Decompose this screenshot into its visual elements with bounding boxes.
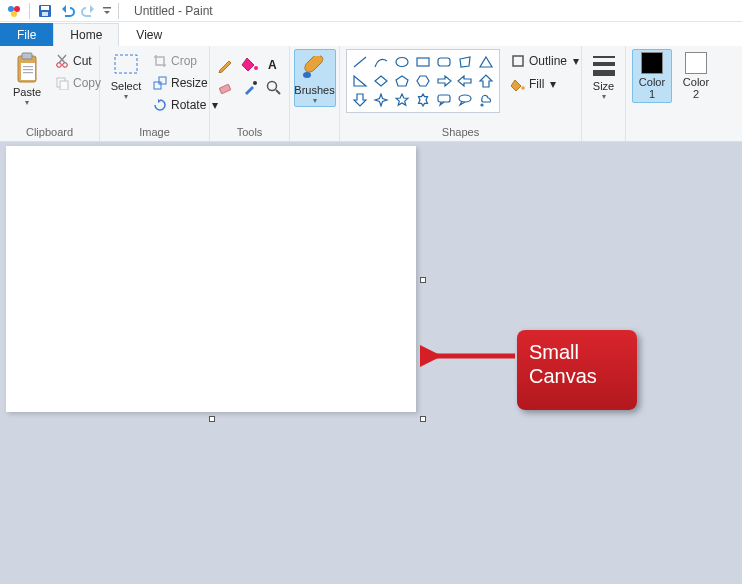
dropdown-icon: ▾	[25, 100, 29, 106]
svg-rect-6	[103, 7, 111, 9]
svg-rect-16	[60, 81, 68, 90]
annotation-text: Small	[529, 340, 625, 364]
svg-rect-10	[23, 66, 33, 67]
shape-triangle-icon[interactable]	[476, 53, 496, 71]
app-icon[interactable]	[4, 1, 24, 21]
svg-point-14	[63, 63, 68, 68]
shape-curve-icon[interactable]	[371, 53, 391, 71]
tab-label: Home	[70, 28, 102, 42]
svg-point-25	[303, 72, 311, 78]
svg-rect-36	[593, 70, 615, 76]
shape-oval-icon[interactable]	[392, 53, 412, 71]
undo-icon[interactable]	[57, 1, 77, 21]
svg-point-31	[481, 104, 483, 106]
size-button[interactable]: Size ▾	[583, 49, 625, 103]
tab-label: View	[136, 28, 162, 42]
brushes-button[interactable]: Brushes ▾	[294, 49, 336, 107]
text-tool[interactable]: A	[263, 53, 285, 75]
select-icon	[112, 52, 140, 78]
shape-roundrect-icon[interactable]	[434, 53, 454, 71]
color-picker-tool[interactable]	[239, 77, 261, 99]
group-label	[632, 124, 716, 141]
resize-handle-southeast[interactable]	[420, 416, 426, 422]
svg-rect-22	[219, 84, 231, 94]
fill-tool[interactable]	[239, 53, 261, 75]
shape-callout-cloud-icon[interactable]	[476, 91, 496, 109]
eraser-tool[interactable]	[215, 77, 237, 99]
dropdown-icon: ▾	[124, 94, 128, 100]
magnifier-tool[interactable]	[263, 77, 285, 99]
shape-diamond-icon[interactable]	[371, 72, 391, 90]
shape-4star-icon[interactable]	[371, 91, 391, 109]
customize-qat-dropdown-icon[interactable]	[101, 1, 113, 21]
select-label: Select	[111, 80, 142, 92]
svg-rect-35	[593, 62, 615, 66]
crop-button[interactable]: Crop	[148, 51, 223, 71]
shape-rtriangle-icon[interactable]	[350, 72, 370, 90]
group-colors: Color 1 Color 2	[626, 46, 716, 141]
outline-icon	[511, 54, 525, 68]
svg-rect-34	[593, 56, 615, 58]
annotation-callout: Small Canvas	[517, 330, 637, 410]
svg-rect-12	[23, 72, 33, 73]
shape-callout-oval-icon[interactable]	[455, 91, 475, 109]
cut-button[interactable]: Cut	[50, 51, 106, 71]
window-title: Untitled - Paint	[134, 4, 213, 18]
save-icon[interactable]	[35, 1, 55, 21]
drawing-canvas[interactable]	[6, 146, 416, 412]
shape-arrow-right-icon[interactable]	[434, 72, 454, 90]
select-button[interactable]: Select ▾	[106, 49, 146, 103]
tab-home[interactable]: Home	[53, 23, 119, 46]
svg-point-26	[396, 58, 408, 67]
color2-button[interactable]: Color 2	[676, 49, 716, 103]
svg-rect-17	[115, 55, 137, 73]
outline-label: Outline	[529, 54, 567, 68]
color1-button[interactable]: Color 1	[632, 49, 672, 103]
shape-6star-icon[interactable]	[413, 91, 433, 109]
group-shapes: Outline ▾ Fill ▾ Shapes	[340, 46, 582, 141]
shape-5star-icon[interactable]	[392, 91, 412, 109]
shape-hexagon-icon[interactable]	[413, 72, 433, 90]
resize-handle-east[interactable]	[420, 277, 426, 283]
group-size: Size ▾	[582, 46, 626, 141]
group-brushes: Brushes ▾	[290, 46, 340, 141]
copy-button[interactable]: Copy	[50, 73, 106, 93]
annotation-text: Canvas	[529, 364, 625, 388]
svg-rect-5	[42, 12, 48, 16]
shape-callout-rounded-icon[interactable]	[434, 91, 454, 109]
resize-handle-south[interactable]	[209, 416, 215, 422]
shape-pentagon-icon[interactable]	[392, 72, 412, 90]
shape-arrow-left-icon[interactable]	[455, 72, 475, 90]
shape-polygon-icon[interactable]	[455, 53, 475, 71]
color2-label: Color 2	[683, 76, 709, 100]
shape-rect-icon[interactable]	[413, 53, 433, 71]
svg-rect-27	[417, 58, 429, 66]
tab-view[interactable]: View	[119, 23, 179, 46]
fill-label: Fill	[529, 77, 544, 91]
color1-label: Color 1	[639, 76, 665, 100]
shapes-gallery[interactable]	[346, 49, 500, 113]
brush-icon	[300, 52, 330, 82]
separator	[29, 3, 30, 19]
svg-rect-4	[41, 6, 49, 10]
tab-file[interactable]: File	[0, 23, 53, 46]
size-label: Size	[593, 80, 614, 92]
svg-rect-18	[154, 82, 161, 89]
paste-button[interactable]: Paste ▾	[6, 49, 48, 109]
redo-icon[interactable]	[79, 1, 99, 21]
shape-outline-button[interactable]: Outline ▾	[506, 51, 584, 71]
fill-icon	[511, 77, 525, 91]
svg-point-0	[8, 6, 14, 12]
shape-arrow-up-icon[interactable]	[476, 72, 496, 90]
dropdown-icon: ▾	[550, 77, 556, 91]
color2-swatch	[685, 52, 707, 74]
shape-fill-button[interactable]: Fill ▾	[506, 74, 584, 94]
shape-line-icon[interactable]	[350, 53, 370, 71]
workspace: Small Canvas	[0, 142, 742, 584]
group-label: Tools	[216, 124, 283, 141]
svg-point-13	[57, 63, 62, 68]
group-clipboard: Paste ▾ Cut Copy Clipboard	[0, 46, 100, 141]
group-label: Shapes	[346, 124, 575, 141]
svg-rect-32	[513, 56, 523, 66]
shape-arrow-down-icon[interactable]	[350, 91, 370, 109]
